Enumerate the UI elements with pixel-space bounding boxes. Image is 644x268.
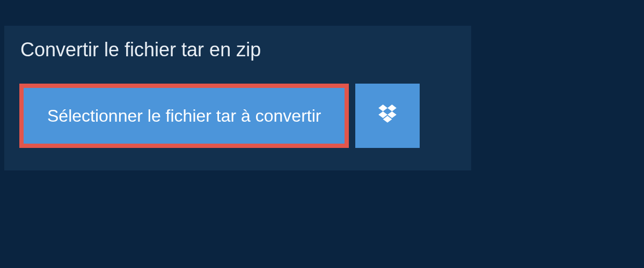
button-row: Sélectionner le fichier tar à convertir [19, 84, 420, 148]
panel-title-text: Convertir le fichier tar en zip [20, 39, 261, 61]
dropbox-icon [376, 103, 399, 128]
panel-title: Convertir le fichier tar en zip [4, 26, 277, 74]
dropbox-button[interactable] [355, 84, 420, 148]
converter-panel: Convertir le fichier tar en zip Sélectio… [4, 26, 471, 170]
select-file-button[interactable]: Sélectionner le fichier tar à convertir [19, 84, 349, 148]
select-file-label: Sélectionner le fichier tar à convertir [47, 106, 321, 126]
